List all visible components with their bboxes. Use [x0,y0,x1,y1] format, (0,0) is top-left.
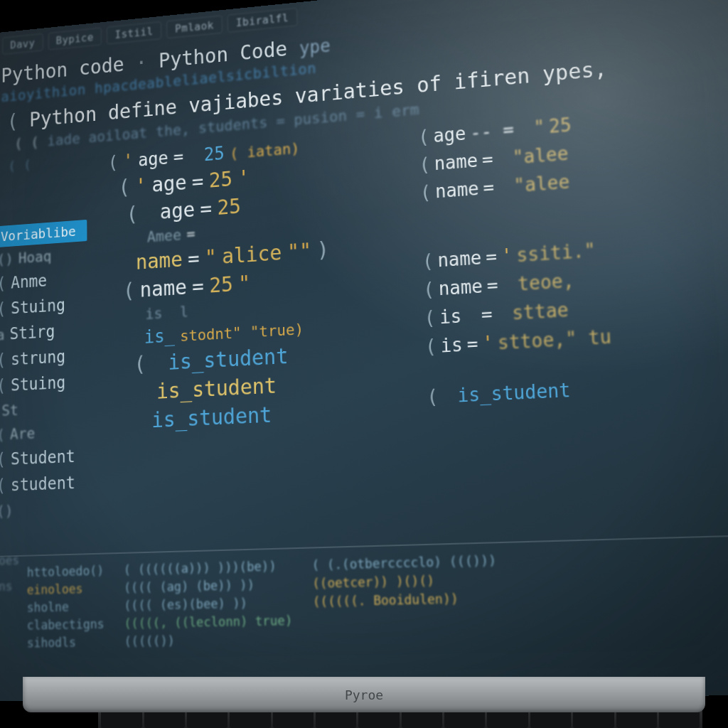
bottom-b-3: (((((, ((leclonn) true) [124,613,292,631]
bottom-c-1: ((oetcer)) )()() [312,571,497,591]
bottom-a-1: einoloes [27,580,105,596]
divider [0,534,728,557]
bottom-b-4: ((((()) [124,631,293,648]
right-line-4: ( name = 'ssiti." [422,239,608,272]
bottom-col-b: ( ((((((a))) )))(be)) (((( (ag) (be)) ))… [124,558,293,649]
bottom-a-4: sihodls [27,634,105,651]
sidebar-item-9[interactable]: student [11,473,75,496]
code-main[interactable]: (' age= 25 ( iatan) (' age = 25' ( age =… [108,134,333,434]
left-micro-column: hioes aons [0,552,19,594]
bottom-c-2: ((((((. Booidulen)) [313,589,498,609]
tab-2[interactable]: Istiil [107,21,161,44]
bottom-col-c: ( (.(otbercccclo) ((())) ((oetcer)) )()(… [311,552,499,646]
tab-3[interactable]: Pmlaok [166,16,223,39]
code-line-8: is_student [156,370,333,404]
brand-label: Pyroe [345,687,383,702]
bottom-code-zone: httoloedo() einoloes sholne clabectigns … [27,552,500,651]
right-line-3: ( name = "alee [419,168,604,203]
code-right[interactable]: ( age -- = "25 ( name = "alee ( name = "… [418,112,614,407]
sidebar-item-2[interactable]: Stuing [11,296,65,318]
right-line-7: ( is ='sttoe," tu [425,326,612,358]
bottom-a-3: clabectigns [27,616,105,633]
sidebar-item-8[interactable]: Student [11,446,75,469]
code-line-9: is_student [151,400,333,432]
bottom-b-1: (((( (ag) (be)) )) [124,576,291,595]
tab-0[interactable]: Davy [2,33,43,55]
title-sep: · [136,50,147,75]
bottom-b-0: ( ((((((a))) )))(be)) [124,558,291,577]
bottom-c-0: ( (.(otbercccclo) ((())) [311,552,496,572]
sidebar-item-1[interactable]: Anme [11,272,47,293]
editor-screen: Davy Bypice Istiil Pmlaok Ibiralfl Pytho… [0,0,728,701]
tab-1[interactable]: Bypice [48,28,102,50]
bottom-b-2: (((( (es)(bee) )) [124,594,292,613]
bottom-col-a: httoloedo() einoloes sholne clabectigns … [27,563,105,651]
right-line-5: ( name = teoe, [423,267,609,300]
sidebar-list: ()Hoaq (Anme (Stuing (aStirg (strung (St… [0,246,75,520]
sidebar-item-0[interactable]: Hoaq [18,247,52,267]
right-line-6: ( is = sttae [424,296,610,328]
blur-row-paren: ( ( [9,156,32,174]
bottom-a-0: httoloedo() [27,563,105,580]
sidebar-header[interactable]: Voriablibe [0,220,87,248]
sidebar-item-3[interactable]: Stirg [9,322,55,343]
tab-4[interactable]: Ibiralfl [228,8,298,33]
laptop-bezel: Pyroe [23,677,705,712]
right-line-8: ( is_student [427,377,614,407]
title-suffix: ype [299,36,331,58]
sidebar-item-6[interactable]: St [1,401,18,419]
sidebar-item-4[interactable]: strung [11,347,65,369]
sidebar-item-7[interactable]: Are [10,424,35,443]
bottom-a-2: sholne [27,599,105,615]
micro-left-1: aons [0,578,19,594]
sidebar-item-5[interactable]: Stuing [11,373,65,395]
